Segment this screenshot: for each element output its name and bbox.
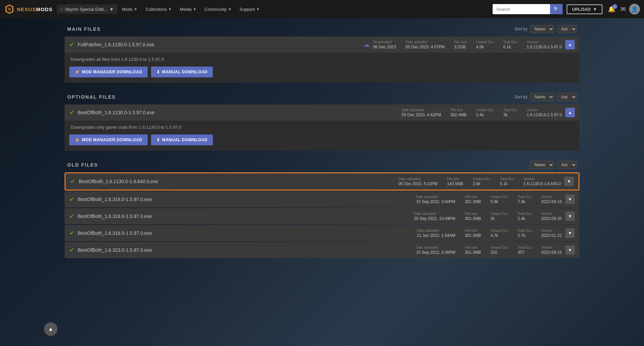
old-file-check-icon-3: ✔ <box>69 246 74 254</box>
old-file-unique-dls-1: Unique DLs 2k <box>491 212 508 221</box>
old-file-highlighted-unique-dls: Unique DLs 3.6k <box>473 177 490 186</box>
old-file-collapse-button-2[interactable]: ▼ <box>565 228 575 238</box>
community-nav-label: Community <box>204 7 227 12</box>
old-file-highlighted-name: BestOfBoth_1.6.1130.0-1.6.640.0.exe <box>79 179 395 184</box>
old-file-highlighted-total-dls: Total DLs 5.1k <box>500 177 514 186</box>
navbar: N NEXUSMODS ⌂ Skyrim Special Editi... ▼ … <box>0 0 644 18</box>
main-file-name: FullPatcher_1.6.1130.0-1.5.97.0.exe <box>78 42 359 47</box>
old-file-row-2: ✔ BestOfBoth_1.6.318.0-1.5.97.0.exe Date… <box>65 225 579 241</box>
old-files-section: OLD FILES Name Asc ✔ BestOfBoth_1.6.1130… <box>65 161 579 258</box>
old-file-highlighted-meta: Date uploaded 05 Dec 2023, 5:13PM File s… <box>398 177 561 186</box>
old-file-version-1: Version 2022-09-20 <box>541 212 562 221</box>
mods-nav-button[interactable]: Mods ▼ <box>119 5 141 14</box>
main-file-collapse-button[interactable]: ▲ <box>565 40 575 49</box>
optional-manual-download-icon: ⬇ <box>156 138 160 142</box>
optional-files-section: OPTIONAL FILES Sort by Name Asc ✔ BestOf… <box>65 93 579 151</box>
old-file-highlighted-collapse-button[interactable]: ▼ <box>564 177 574 186</box>
optional-file-row: ✔ BestOfBoth_1.6.1130.0-1.5.97.0.exe Dat… <box>65 104 579 121</box>
main-file-mod-manager-download-button[interactable]: ⚡ MOD MANAGER DOWNLOAD <box>69 67 148 77</box>
main-files-sort-select[interactable]: Name <box>530 25 554 33</box>
optional-file-card: ✔ BestOfBoth_1.6.1130.0-1.5.97.0.exe Dat… <box>65 104 579 151</box>
old-file-collapse-button-1[interactable]: ▼ <box>565 212 575 221</box>
upload-button[interactable]: UPLOAD ▼ <box>567 4 602 14</box>
main-files-header: MAIN FILES Sort by Name Asc <box>65 25 579 33</box>
old-file-collapse-button-3[interactable]: ▼ <box>565 245 575 255</box>
old-files-list: ✔ BestOfBoth_1.6.318.0-1.5.97.0.exe Date… <box>65 191 579 258</box>
old-file-date-uploaded-1: Date uploaded 20 Sep 2022, 10:49PM <box>414 212 455 221</box>
optional-file-mod-manager-download-button[interactable]: ⚡ MOD MANAGER DOWNLOAD <box>69 134 148 145</box>
optional-file-size: File size 302.4MB <box>450 108 467 117</box>
media-nav-label: Media <box>180 7 192 12</box>
old-files-title: OLD FILES <box>67 162 98 168</box>
notifications-button[interactable]: 🔔 2 <box>606 4 617 14</box>
old-file-version-0: Version 2022-09-15 <box>541 195 562 204</box>
old-file-size-3: File size 301.3MB <box>465 246 481 255</box>
optional-mod-manager-icon: ⚡ <box>75 138 80 142</box>
old-file-highlighted-version: Version 1.6.1130.0-1.6.640.0 <box>523 177 561 186</box>
optional-file-name: BestOfBoth_1.6.1130.0-1.5.97.0.exe <box>78 110 398 115</box>
old-file-version-2: Version 2022-01-21 <box>541 229 562 238</box>
old-file-total-dls-3: Total DLs 357 <box>518 246 532 255</box>
main-file-check-icon: ✔ <box>69 41 74 48</box>
old-file-row-3: ✔ BestOfBoth_1.6.323.0-1.5.97.0.exe Date… <box>65 242 579 258</box>
optional-file-meta: Date uploaded 05 Dec 2023, 4:42PM File s… <box>402 108 562 117</box>
old-file-card-2: ✔ BestOfBoth_1.6.318.0-1.5.97.0.exe Date… <box>65 225 579 241</box>
old-file-row-1: ✔ BestOfBoth_1.6.318.0-1.5.97.0.exe Date… <box>65 208 579 224</box>
main-files-title: MAIN FILES <box>67 26 101 32</box>
game-selector-button[interactable]: ⌂ Skyrim Special Editi... ▼ <box>57 4 117 14</box>
main-file-row: ✔ FullPatcher_1.6.1130.0-1.5.97.0.exe ☁ … <box>65 36 579 53</box>
old-file-size-2: File size 301.3MB <box>465 229 481 238</box>
old-file-card-3: ✔ BestOfBoth_1.6.323.0-1.5.97.0.exe Date… <box>65 242 579 258</box>
main-file-date-uploaded: Date uploaded 05 Dec 2023, 4:57PM <box>405 40 445 49</box>
upload-label: UPLOAD <box>572 7 591 12</box>
optional-files-header: OPTIONAL FILES Sort by Name Asc <box>65 93 579 101</box>
optional-files-sort-select[interactable]: Name <box>530 93 554 101</box>
optional-files-title: OPTIONAL FILES <box>67 94 116 100</box>
mods-chevron-icon: ▼ <box>134 7 138 11</box>
search-input[interactable] <box>493 5 550 14</box>
optional-file-description: Downgrades only game code from 1.6.1130.… <box>69 125 575 130</box>
old-file-meta-2: Date uploaded 21 Jan 2022, 1:54AM File s… <box>417 229 562 238</box>
support-nav-button[interactable]: Support ▼ <box>236 5 263 14</box>
old-files-sort-select[interactable]: Name <box>530 161 554 169</box>
old-files-header: OLD FILES Name Asc <box>65 161 579 169</box>
user-avatar-button[interactable]: 👤 <box>629 4 640 15</box>
collections-nav-label: Collections <box>145 7 167 12</box>
optional-file-total-dls: Total DLs 3k <box>503 108 517 117</box>
optional-file-unique-dls: Unique DLs 2.4k <box>476 108 494 117</box>
old-files-sort-order-select[interactable]: Asc <box>557 161 577 169</box>
search-button[interactable]: 🔍 <box>550 4 563 14</box>
notification-badge: 2 <box>612 4 617 9</box>
mod-manager-icon: ⚡ <box>75 70 80 74</box>
old-file-total-dls-2: Total DLs 5.7k <box>518 229 532 238</box>
optional-file-manual-download-button[interactable]: ⬇ MANUAL DOWNLOAD <box>151 134 213 145</box>
old-file-unique-dls-3: Unique DLs 310 <box>491 246 508 255</box>
nexusmods-logo-icon: N <box>4 4 15 15</box>
collections-nav-button[interactable]: Collections ▼ <box>142 5 175 14</box>
main-file-unique-dls: Unique DLs 4.5k <box>476 40 494 49</box>
optional-file-check-icon: ✔ <box>69 109 74 116</box>
optional-files-sort-label: Sort by <box>515 95 527 99</box>
old-file-highlighted-row: ✔ BestOfBoth_1.6.1130.0-1.6.640.0.exe Da… <box>66 173 578 190</box>
messages-button[interactable]: ✉ <box>619 4 628 14</box>
optional-files-sort-order-select[interactable]: Asc <box>557 93 577 101</box>
old-file-highlighted-size: File size 143.5MB <box>447 177 463 186</box>
media-chevron-icon: ▼ <box>193 7 196 11</box>
media-nav-button[interactable]: Media ▼ <box>176 5 200 14</box>
main-files-sort-controls: Sort by Name Asc <box>515 25 577 33</box>
old-file-meta-1: Date uploaded 20 Sep 2022, 10:49PM File … <box>414 212 562 221</box>
optional-file-collapse-button[interactable]: ▲ <box>565 108 575 117</box>
community-nav-button[interactable]: Community ▼ <box>201 5 235 14</box>
main-files-sort-order-select[interactable]: Asc <box>557 25 577 33</box>
main-file-manual-download-button[interactable]: ⬇ MANUAL DOWNLOAD <box>151 67 213 77</box>
old-file-check-icon-0: ✔ <box>69 196 74 203</box>
nav-icons: 🔔 2 ✉ 👤 <box>606 4 640 15</box>
mods-nav-label: Mods <box>122 7 133 12</box>
old-file-unique-dls-2: Unique DLs 4.7k <box>491 229 508 238</box>
logo-text: NEXUSMODS <box>17 6 53 12</box>
old-file-collapse-button-0[interactable]: ▼ <box>565 195 575 204</box>
scroll-to-top-button[interactable]: ▲ <box>44 322 57 336</box>
main-file-meta: Downloaded 06 Dec 2023 Date uploaded 05 … <box>373 40 562 49</box>
optional-file-date-uploaded: Date uploaded 05 Dec 2023, 4:42PM <box>402 108 441 117</box>
old-file-version-3: Version 2022-09-15 <box>541 246 562 255</box>
